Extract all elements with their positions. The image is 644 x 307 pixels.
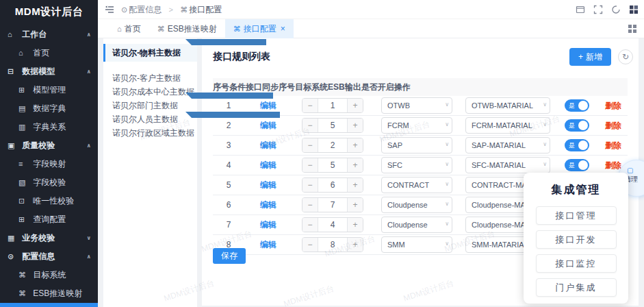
target-system-select[interactable]: SAP∨ bbox=[381, 137, 452, 154]
tab[interactable]: ⌂ 首页 bbox=[109, 19, 149, 38]
sidebar-item[interactable]: ⊞ 模型管理 bbox=[0, 81, 98, 99]
sidebar-item[interactable]: ≡ 字段映射 bbox=[0, 155, 98, 173]
increment-button[interactable]: + bbox=[348, 218, 363, 232]
tab[interactable]: ⌘ ESB推送映射 bbox=[149, 19, 225, 38]
sync-number-input[interactable] bbox=[318, 138, 348, 152]
increment-button[interactable]: + bbox=[348, 198, 363, 212]
enable-toggle[interactable]: 是 bbox=[565, 119, 589, 132]
delete-link[interactable]: 删除 bbox=[605, 121, 621, 130]
sidebar-item[interactable]: ▤ 数据字典 bbox=[0, 99, 98, 118]
model-list-item[interactable]: 诺贝尔-物料主数据 bbox=[103, 44, 197, 62]
target-system-select[interactable]: SMM∨ bbox=[381, 236, 452, 253]
sidebar-item[interactable]: ▣ 质量校验 ∧ bbox=[0, 136, 98, 155]
enable-toggle[interactable]: 是 bbox=[565, 159, 589, 171]
increment-button[interactable]: + bbox=[348, 99, 363, 112]
edit-link[interactable]: 编辑 bbox=[260, 160, 276, 170]
target-system-select[interactable]: CONTRACT∨ bbox=[381, 177, 452, 193]
esb-output-select[interactable]: SFC-MATARIAL∨ bbox=[465, 157, 550, 173]
decrement-button[interactable]: − bbox=[302, 99, 318, 112]
apps-grid-icon[interactable] bbox=[629, 5, 639, 14]
collapse-sidebar-icon[interactable] bbox=[105, 5, 114, 14]
sidebar-item[interactable]: ▦ 业务校验 ∨ bbox=[0, 229, 98, 247]
popup-menu-button[interactable]: 接口开发 bbox=[536, 230, 617, 249]
sync-number-input[interactable] bbox=[318, 99, 348, 112]
decrement-button[interactable]: − bbox=[302, 158, 318, 172]
sidebar-item[interactable]: ▧ 字段校验 bbox=[0, 173, 98, 192]
decrement-button[interactable]: − bbox=[302, 178, 318, 192]
refresh-icon[interactable] bbox=[611, 5, 621, 14]
sync-number-input[interactable] bbox=[318, 119, 348, 132]
decrement-button[interactable]: − bbox=[302, 119, 318, 132]
sidebar-item[interactable]: ⊡ 唯一性校验 bbox=[0, 192, 98, 210]
edit-link[interactable]: 编辑 bbox=[260, 200, 276, 210]
model-list-item[interactable]: 诺贝尔人员主数据 bbox=[103, 112, 197, 126]
delete-link[interactable]: 删除 bbox=[605, 101, 621, 110]
sidebar-item[interactable]: ⊙ 配置信息 ∧ bbox=[0, 247, 98, 266]
edit-link[interactable]: 编辑 bbox=[260, 101, 276, 110]
model-list-item[interactable]: 诺贝尔-客户主数据 bbox=[103, 71, 197, 85]
target-system-select[interactable]: Cloudpense∨ bbox=[381, 197, 452, 213]
sidebar-item-label: 首页 bbox=[33, 48, 49, 58]
sync-number-input[interactable] bbox=[318, 218, 348, 232]
esb-output-select[interactable]: FCRM-MATARIAL∨ bbox=[465, 117, 550, 134]
model-list-item-label: 诺贝尔-客户主数据 bbox=[112, 73, 181, 83]
decrement-button[interactable]: − bbox=[302, 238, 318, 251]
enable-toggle[interactable]: 是 bbox=[565, 139, 589, 151]
sidebar-item[interactable]: ⌂ 首页 bbox=[0, 44, 98, 62]
increment-button[interactable]: + bbox=[348, 178, 363, 192]
target-system-select[interactable]: OTWB∨ bbox=[381, 97, 452, 114]
increment-button[interactable]: + bbox=[348, 119, 363, 132]
business-check-icon: ▦ bbox=[8, 229, 17, 247]
sidebar-item[interactable]: ⌘ 接口配置 bbox=[0, 303, 98, 307]
enable-toggle[interactable]: 是 bbox=[565, 99, 589, 112]
fullscreen-icon[interactable] bbox=[593, 5, 603, 14]
save-button[interactable]: 保存 bbox=[213, 248, 246, 264]
target-system-select[interactable]: FCRM∨ bbox=[381, 117, 452, 134]
tab[interactable]: ⌘ 接口配置 × bbox=[225, 19, 294, 38]
sync-number-input[interactable] bbox=[318, 158, 348, 172]
sync-number-input[interactable] bbox=[318, 178, 348, 192]
sidebar-item[interactable]: ▥ 字典关系 bbox=[0, 118, 98, 136]
sidebar-item[interactable]: ⌘ ESB推送映射 bbox=[0, 284, 98, 303]
refresh-button[interactable]: ↻ bbox=[618, 49, 633, 64]
decrement-button[interactable]: − bbox=[302, 138, 318, 152]
popup-menu-button[interactable]: 门户集成 bbox=[536, 278, 617, 297]
sidebar-item[interactable]: ⊞ 查询配置 bbox=[0, 210, 98, 229]
delete-link[interactable]: 删除 bbox=[605, 160, 621, 170]
target-system-icon: ⌘ bbox=[18, 266, 28, 284]
sidebar-item-label: 质量校验 bbox=[22, 140, 55, 150]
edit-link[interactable]: 编辑 bbox=[260, 240, 276, 249]
edit-link[interactable]: 编辑 bbox=[260, 220, 276, 230]
window-icon[interactable] bbox=[576, 5, 585, 14]
sidebar-item[interactable]: ⊟ 数据模型 ∧ bbox=[0, 62, 98, 81]
model-list-item[interactable]: 诺贝尔部门主数据 bbox=[103, 99, 197, 112]
delete-link[interactable]: 删除 bbox=[605, 140, 621, 150]
breadcrumb-section[interactable]: 配置信息 bbox=[129, 5, 162, 14]
decrement-button[interactable]: − bbox=[302, 198, 318, 212]
target-system-select[interactable]: Cloudpense∨ bbox=[381, 217, 452, 233]
table-header-cell: 目标系统 bbox=[295, 82, 328, 93]
increment-button[interactable]: + bbox=[348, 158, 363, 172]
chevron-down-icon: ∨ bbox=[445, 141, 449, 147]
increment-button[interactable]: + bbox=[348, 238, 363, 251]
tab-list-grid-icon[interactable] bbox=[628, 24, 637, 34]
edit-link[interactable]: 编辑 bbox=[260, 121, 276, 130]
popup-menu-button[interactable]: 接口管理 bbox=[536, 206, 617, 225]
esb-output-select[interactable]: OTWB-MATARIAL∨ bbox=[465, 97, 550, 114]
model-list-item[interactable]: 诺贝尔行政区域主数据 bbox=[103, 126, 197, 140]
edit-link[interactable]: 编辑 bbox=[260, 140, 276, 150]
add-button[interactable]: +新增 bbox=[569, 48, 611, 66]
sync-number-input[interactable] bbox=[318, 198, 348, 212]
chevron-down-icon: ∨ bbox=[543, 101, 547, 108]
sidebar-item[interactable]: ⌂ 工作台 ∧ bbox=[0, 25, 98, 44]
sidebar-item[interactable]: ⌘ 目标系统 bbox=[0, 266, 98, 284]
model-list-item[interactable]: 诺贝尔成本中心主数据 bbox=[103, 85, 197, 99]
edit-link[interactable]: 编辑 bbox=[260, 180, 276, 190]
esb-output-select[interactable]: SAP-MATARIAL∨ bbox=[465, 137, 550, 154]
decrement-button[interactable]: − bbox=[302, 218, 318, 232]
sync-number-input[interactable] bbox=[318, 238, 348, 251]
target-system-select[interactable]: SFC∨ bbox=[381, 157, 452, 173]
close-icon[interactable]: × bbox=[281, 24, 285, 34]
popup-menu-button[interactable]: 接口监控 bbox=[536, 254, 617, 273]
increment-button[interactable]: + bbox=[348, 138, 363, 152]
